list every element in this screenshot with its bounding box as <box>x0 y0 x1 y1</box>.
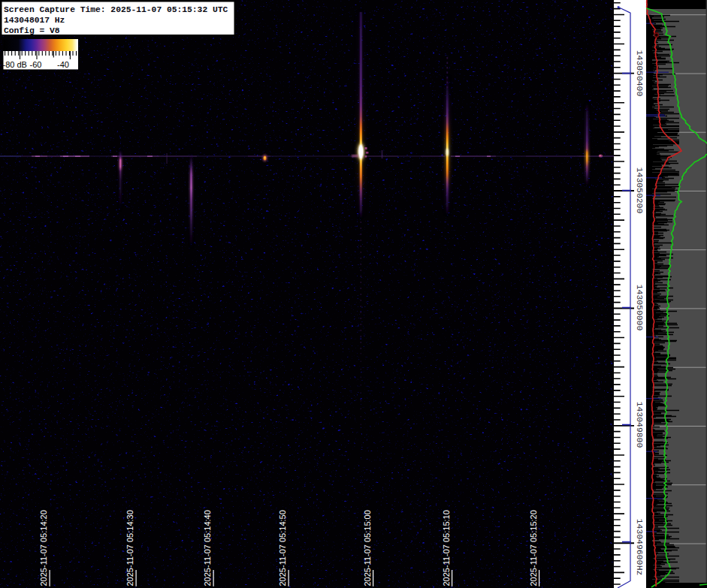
svg-text:143049800: 143049800 <box>635 402 644 448</box>
svg-text:2025-11-07 05:14:50: 2025-11-07 05:14:50 <box>278 510 287 586</box>
svg-text:143050200: 143050200 <box>635 167 644 214</box>
svg-text:-80 dB: -80 dB <box>3 60 27 69</box>
svg-text:2025-11-07 05:15:20: 2025-11-07 05:15:20 <box>529 510 538 586</box>
svg-text:2025-11-07 05:14:40: 2025-11-07 05:14:40 <box>203 510 212 586</box>
svg-text:2025-11-07 05:14:20: 2025-11-07 05:14:20 <box>39 510 48 586</box>
svg-text:-60: -60 <box>30 60 42 69</box>
svg-text:Screen Capture Time: 2025-11-0: Screen Capture Time: 2025-11-07 05:15:32… <box>4 5 228 14</box>
svg-text:143050000: 143050000 <box>635 285 644 331</box>
svg-text:-40: -40 <box>57 60 69 69</box>
svg-text:2025-11-07 05:14:30: 2025-11-07 05:14:30 <box>125 510 134 586</box>
svg-text:Hz: Hz <box>635 565 644 576</box>
svg-text:2025-11-07 05:15:10: 2025-11-07 05:15:10 <box>442 510 451 586</box>
svg-text:Config = V8: Config = V8 <box>4 26 60 35</box>
svg-text:143049600: 143049600 <box>635 519 644 565</box>
svg-text:2025-11-07 05:15:00: 2025-11-07 05:15:00 <box>363 510 372 586</box>
svg-text:143048017 Hz: 143048017 Hz <box>4 16 65 25</box>
svg-text:143050400: 143050400 <box>635 50 644 97</box>
